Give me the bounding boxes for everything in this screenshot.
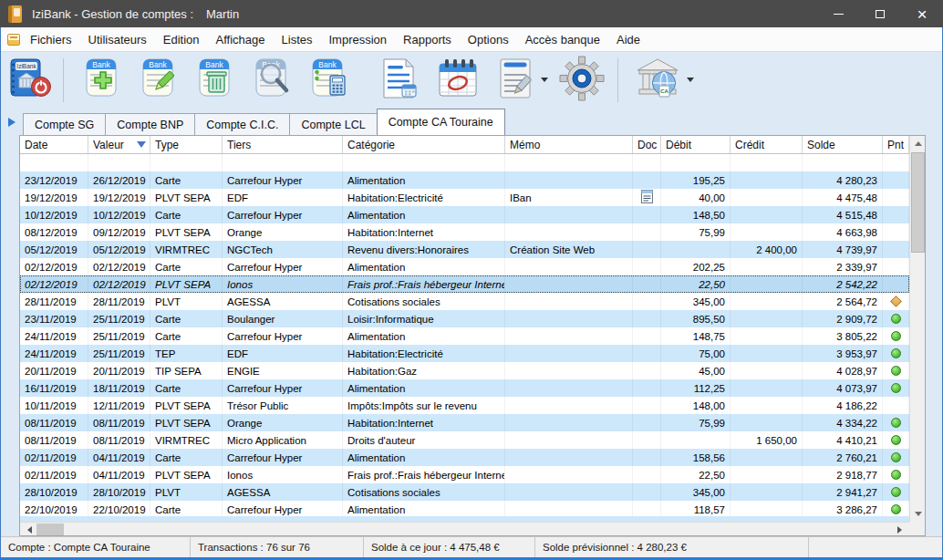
bank-search-button[interactable]: Bank xyxy=(254,56,292,105)
menu-impression[interactable]: Impression xyxy=(321,27,396,51)
menu-utilisateurs[interactable]: Utilisateurs xyxy=(80,27,155,51)
cell-categorie: Frais prof.:Frais hébergeur Internet xyxy=(343,275,505,293)
horizontal-scrollbar[interactable] xyxy=(20,522,909,535)
column-header-credit[interactable]: Crédit xyxy=(731,136,803,153)
scroll-down-button[interactable] xyxy=(910,506,926,522)
transaction-row[interactable]: 24/11/201925/11/2019CarteCarrefour Hyper… xyxy=(20,327,909,345)
cell-categorie: Habitation:Gaz xyxy=(343,362,505,379)
transaction-row[interactable]: 23/11/201925/11/2019CarteBoulangerLoisir… xyxy=(20,310,909,327)
bank-access-button[interactable]: CA xyxy=(633,56,694,105)
doc-write-button[interactable] xyxy=(496,56,548,105)
tab-compte-c-i-c-[interactable]: Compte C.I.C. xyxy=(194,113,290,135)
bank-add-button[interactable]: Bank xyxy=(84,56,122,105)
transaction-row[interactable]: 05/12/201905/12/2019VIRMTRECNGCTechReven… xyxy=(20,241,909,258)
table-body: 23/12/201926/12/2019CarteCarrefour Hyper… xyxy=(20,154,909,522)
cell-tiers: EDF xyxy=(223,345,343,362)
menu-rapports[interactable]: Rapports xyxy=(395,27,460,51)
tab-compte-lcl[interactable]: Compte LCL xyxy=(289,113,377,135)
transaction-row[interactable]: 19/12/201919/12/2019PLVT SEPAEDFHabitati… xyxy=(20,189,909,206)
column-header-doc[interactable]: Doc xyxy=(633,136,661,153)
transaction-row[interactable]: 02/12/201902/12/2019PLVT SEPAIonosFrais … xyxy=(20,275,909,293)
menu-acc-s-banque[interactable]: Accès banque xyxy=(517,27,608,51)
empty-row[interactable] xyxy=(20,154,909,171)
minimize-button[interactable] xyxy=(817,0,859,27)
app-exit-button[interactable]: IziBank xyxy=(8,56,54,105)
pointed-orange-diamond-icon xyxy=(890,296,902,307)
transaction-row[interactable]: 23/12/201926/12/2019CarteCarrefour Hyper… xyxy=(20,171,909,189)
sort-descending-icon xyxy=(137,141,146,148)
transaction-row[interactable]: 02/11/201904/11/2019CarteCarrefour Hyper… xyxy=(20,449,909,466)
column-label: Date xyxy=(25,139,47,151)
transaction-row[interactable]: 10/11/201912/11/2019PLVT SEPATrésor Publ… xyxy=(20,397,909,414)
column-header-valeur[interactable]: Valeur xyxy=(88,136,150,153)
transaction-row[interactable]: 20/11/201920/11/2019TIP SEPAENGIEHabitat… xyxy=(20,362,909,379)
cell-pnt xyxy=(883,206,909,223)
column-header-date[interactable]: Date xyxy=(20,136,88,153)
scroll-left-button[interactable] xyxy=(20,523,36,536)
doc-schedule-button[interactable] xyxy=(378,56,420,105)
transaction-row[interactable]: 08/11/201908/11/2019VIRMTRECMicro Applic… xyxy=(20,431,909,449)
transaction-row[interactable]: 16/11/201918/11/2019CarteCarrefour Hyper… xyxy=(20,379,909,397)
cell-solde xyxy=(803,154,883,171)
transaction-row[interactable]: 28/10/201928/10/2019PLVTAGESSACotisation… xyxy=(20,483,909,501)
arrow-up-icon xyxy=(915,141,922,146)
calendar-button[interactable] xyxy=(436,56,480,105)
cell-type: Carte xyxy=(150,379,223,397)
dropdown-arrow-icon[interactable] xyxy=(687,78,694,82)
tab-compte-ca-touraine[interactable]: Compte CA Touraine xyxy=(377,109,505,135)
cell-pnt xyxy=(883,241,909,258)
vertical-scrollbar[interactable] xyxy=(909,136,925,522)
cell-valeur: 12/11/2019 xyxy=(88,397,150,414)
close-button[interactable]: × xyxy=(901,0,943,27)
bank-edit-icon: Bank xyxy=(140,57,179,103)
dropdown-arrow-icon[interactable] xyxy=(541,78,548,82)
close-icon: × xyxy=(917,5,927,23)
bank-list-button[interactable]: Bank xyxy=(310,56,348,105)
horizontal-scroll-thumb[interactable] xyxy=(36,524,64,535)
document-icon[interactable] xyxy=(641,190,653,205)
column-header-pnt[interactable]: Pnt xyxy=(883,136,909,153)
menu-fichiers[interactable]: Fichiers xyxy=(22,27,80,51)
transaction-row[interactable]: 02/11/201904/11/2019PLVT SEPAIonosFrais … xyxy=(20,466,909,483)
column-header-type[interactable]: Type xyxy=(150,136,223,153)
cell-pnt xyxy=(883,466,909,483)
transaction-row[interactable]: 02/12/201902/12/2019CarteCarrefour Hyper… xyxy=(20,258,909,275)
menu-affichage[interactable]: Affichage xyxy=(208,27,274,51)
tab-compte-sg[interactable]: Compte SG xyxy=(23,113,106,135)
column-header-categorie[interactable]: Catégorie xyxy=(343,136,505,153)
scroll-right-button[interactable] xyxy=(894,523,909,536)
settings-button[interactable] xyxy=(559,56,605,105)
vertical-scroll-thumb[interactable] xyxy=(911,152,925,253)
cell-type: PLVT SEPA xyxy=(150,275,223,293)
bank-delete-button[interactable]: Bank xyxy=(197,56,235,105)
cell-tiers xyxy=(223,154,343,171)
transaction-row[interactable]: 10/12/201910/12/2019CarteCarrefour Hyper… xyxy=(20,206,909,223)
maximize-button[interactable] xyxy=(859,0,901,27)
cell-valeur: 02/12/2019 xyxy=(88,258,150,275)
scroll-up-button[interactable] xyxy=(910,136,926,151)
tab-scroll-button[interactable] xyxy=(5,113,19,131)
column-header-tiers[interactable]: Tiers xyxy=(223,136,343,153)
bank-edit-button[interactable]: Bank xyxy=(140,56,179,105)
account-page: DateValeurTypeTiersCatégorieMémoDocDébit… xyxy=(1,135,942,536)
cell-type: Carte xyxy=(150,206,223,223)
cell-type xyxy=(150,154,223,171)
app-window: IziBank - Gestion de comptes : Martin × … xyxy=(0,0,943,560)
transaction-row[interactable]: 08/11/201908/11/2019PLVT SEPAOrangeHabit… xyxy=(20,414,909,431)
cell-categorie: Habitation:Electricité xyxy=(343,189,505,206)
menu-aide[interactable]: Aide xyxy=(608,27,648,51)
tab-compte-bnp[interactable]: Compte BNP xyxy=(105,113,195,135)
cell-credit xyxy=(731,327,803,345)
column-header-debit[interactable]: Débit xyxy=(661,136,731,153)
app-icon xyxy=(8,5,22,23)
menu-listes[interactable]: Listes xyxy=(274,27,321,51)
transaction-row[interactable]: 08/12/201909/12/2019PLVT SEPAOrangeHabit… xyxy=(20,223,909,241)
column-header-solde[interactable]: Solde xyxy=(803,136,883,153)
column-header-memo[interactable]: Mémo xyxy=(505,136,633,153)
cell-pnt xyxy=(883,414,909,431)
cell-credit xyxy=(731,362,803,379)
menu-edition[interactable]: Edition xyxy=(155,27,208,51)
transaction-row[interactable]: 28/11/201928/11/2019PLVTAGESSACotisation… xyxy=(20,293,909,310)
transaction-row[interactable]: 24/11/201925/11/2019TEPEDFHabitation:Ele… xyxy=(20,345,909,362)
menu-options[interactable]: Options xyxy=(460,27,517,51)
